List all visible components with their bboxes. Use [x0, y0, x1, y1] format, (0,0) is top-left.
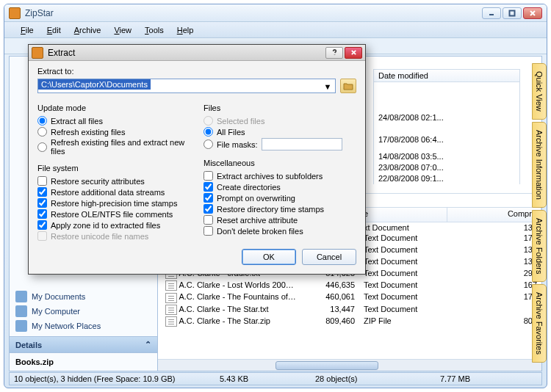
app-icon [9, 7, 21, 19]
status-bar: 10 object(s), 3 hidden (Free Space: 10.9… [9, 372, 542, 385]
menu-file[interactable]: File [16, 24, 38, 36]
browse-button[interactable] [340, 79, 356, 93]
opt-unicode: Restore unicode file names [37, 231, 190, 242]
status-size2: 7.77 MB [440, 374, 488, 383]
opt-subfolders[interactable]: Extract archives to subfolders [204, 170, 356, 181]
opt-zone[interactable]: Apply zone id to extracted files [37, 219, 190, 231]
menu-edit[interactable]: Edit [43, 24, 65, 36]
opt-prompt[interactable]: Prompt on overwriting [204, 192, 356, 203]
extract-to-label: Extract to: [37, 67, 356, 76]
app-title: ZipStar [25, 8, 482, 18]
column-type[interactable]: e [359, 208, 447, 222]
menubar: File Edit Archive View Tools Help [4, 22, 547, 38]
date-cell: 24/08/2008 02:1... [374, 82, 519, 129]
details-header: Details ⌃ [10, 336, 157, 353]
column-compre[interactable]: Compre [447, 208, 541, 222]
opt-masks[interactable]: File masks: [204, 137, 356, 151]
opt-comments[interactable]: Restore OLE/NTFS file comments [37, 208, 190, 219]
opt-security[interactable]: Restore security attributes [37, 175, 190, 186]
opt-refresh[interactable]: Refresh existing files [37, 126, 190, 137]
opt-selected: Selected files [204, 115, 356, 126]
cancel-button[interactable]: Cancel [302, 249, 356, 265]
date-cell: 14/08/2008 03:5... [374, 151, 519, 162]
network-icon [15, 320, 27, 332]
titlebar: ZipStar [4, 4, 547, 22]
misc-title: Miscellaneous [204, 159, 356, 167]
menu-view[interactable]: View [109, 24, 136, 36]
update-mode-title: Update mode [37, 104, 190, 112]
menu-help[interactable]: Help [173, 24, 198, 36]
column-date-modified[interactable]: Date modified [373, 69, 520, 82]
opt-reset-attr[interactable]: Reset archive attribute [204, 214, 356, 225]
status-objects: 10 object(s), 3 hidden (Free Space: 10.9… [14, 374, 220, 383]
dialog-icon [32, 47, 43, 59]
extract-path-input[interactable]: C:\Users\CaptorX\Documents ▼ [37, 79, 336, 93]
dialog-close-button[interactable] [345, 47, 362, 59]
collapse-icon[interactable]: ⌃ [145, 340, 151, 349]
file-icon [165, 316, 177, 327]
table-row[interactable]: A.C. Clarke - The Fountains of Par...460… [158, 291, 541, 303]
menu-archive[interactable]: Archive [70, 24, 106, 36]
tab-archive-folders[interactable]: Archive Folders [532, 210, 547, 282]
dialog-titlebar: Extract [29, 45, 365, 61]
opt-create-dirs[interactable]: Create directories [204, 181, 356, 192]
ok-button[interactable]: OK [242, 249, 296, 265]
tab-archive-favorites[interactable]: Archive Favorites [532, 284, 547, 363]
file-masks-input[interactable] [262, 138, 342, 150]
opt-extract-all[interactable]: Extract all files [37, 115, 190, 126]
table-row[interactable]: A.C. Clarke - Lost Worlds 2001.txt446,63… [158, 280, 541, 291]
file-icon [165, 293, 177, 303]
scrollbar-thumb[interactable] [276, 361, 378, 370]
tab-archive-information[interactable]: Archive Information [532, 122, 547, 208]
minimize-button[interactable] [482, 7, 501, 19]
file-icon [165, 305, 177, 315]
date-cell: 17/08/2008 06:4... [374, 129, 519, 151]
status-objects2: 28 object(s) [315, 374, 440, 383]
maximize-button[interactable] [503, 7, 522, 19]
horizontal-scrollbar[interactable] [158, 359, 541, 371]
date-column-fragment: Date modified 24/08/2008 02:1... 17/08/2… [373, 69, 520, 184]
opt-dir-ts[interactable]: Restore directory time stamps [204, 203, 356, 214]
opt-streams[interactable]: Restore additional data streams [37, 186, 190, 197]
sidebar-item-my-documents[interactable]: My Documents [15, 289, 151, 304]
close-button[interactable] [523, 7, 542, 19]
table-row[interactable]: A.C. Clarke - The Star.zip809,460ZIP Fil… [158, 316, 541, 327]
sidebar-item-my-computer[interactable]: My Computer [15, 304, 151, 319]
filesystem-title: File system [37, 164, 190, 173]
folder-icon [15, 291, 27, 302]
computer-icon [15, 305, 27, 317]
files-title: Files [204, 104, 356, 112]
side-tabs: Quick View Archive Information Archive F… [532, 63, 547, 365]
date-cell: 22/08/2008 09:1... [374, 173, 519, 184]
opt-keep-broken[interactable]: Don't delete broken files [204, 225, 356, 236]
sidebar-item-my-network[interactable]: My Network Places [15, 319, 151, 333]
tab-quick-view[interactable]: Quick View [532, 63, 547, 120]
file-icon [165, 280, 177, 291]
opt-timestamps[interactable]: Restore high-precision time stamps [37, 197, 190, 208]
details-filename: Books.zip [10, 353, 157, 371]
table-row[interactable]: A.C. Clarke - The Star.txt13,447Text Doc… [158, 304, 541, 316]
opt-refresh-new[interactable]: Refresh existing files and extract new f… [37, 137, 190, 156]
status-size1: 5.43 KB [220, 374, 315, 383]
dropdown-arrow-icon[interactable]: ▼ [322, 81, 334, 92]
opt-all-files[interactable]: All Files [204, 126, 356, 137]
extract-dialog: Extract Extract to: C:\Users\CaptorX\Doc… [28, 44, 366, 275]
date-cell: 23/08/2008 07:0... [374, 162, 519, 173]
help-button[interactable] [325, 47, 343, 59]
svg-rect-0 [510, 10, 515, 15]
dialog-title: Extract [48, 48, 325, 58]
menu-tools[interactable]: Tools [140, 24, 168, 36]
